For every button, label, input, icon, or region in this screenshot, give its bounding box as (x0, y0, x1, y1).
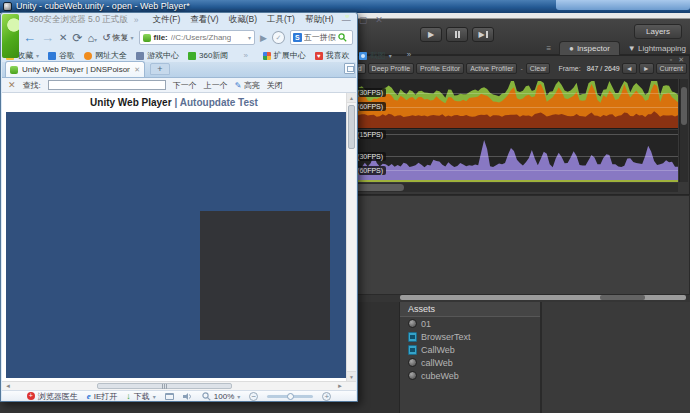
frame-label: Frame: (558, 65, 580, 72)
extension-center[interactable]: 扩展中心 (263, 50, 306, 61)
gpu-usage-graph[interactable]: 66ms (15FPS) 33ms (30FPS) 16ms (60FPS) (332, 130, 678, 182)
browser-doctor-button[interactable]: + 浏览器医生 (27, 391, 78, 402)
find-close-button[interactable]: 关闭 (267, 80, 283, 91)
find-input[interactable] (48, 80, 166, 90)
search-input[interactable]: 五一拼假 (304, 32, 336, 43)
search-icon[interactable] (338, 33, 347, 42)
screenshot-tool[interactable]: 截图 ▾ (359, 50, 392, 61)
step-icon: ▶ (478, 30, 484, 39)
pane-menu-icon[interactable]: ≡ (546, 44, 551, 55)
profile-editor-button[interactable]: Profile Editor (416, 63, 464, 74)
download-icon: ↓ (126, 391, 131, 401)
lightmapping-dropdown[interactable]: ▼ Lightmapping (628, 44, 686, 55)
bookmark-news[interactable]: 360新闻 (188, 50, 228, 61)
prev-frame-icon[interactable]: ◄ (622, 63, 637, 74)
unity-asset-icon (408, 371, 417, 380)
next-frame-icon[interactable]: ► (639, 63, 654, 74)
pause-button[interactable] (446, 27, 468, 42)
scroll-down-icon[interactable]: ▼ (347, 371, 356, 381)
inspector-tab-row: ≡ ● Inspector ▼ Lightmapping (546, 40, 686, 55)
asset-item[interactable]: CallWeb (400, 343, 540, 356)
refresh-icon[interactable]: ⟳ (72, 31, 82, 45)
stop-icon[interactable]: ✕ (59, 32, 67, 43)
maximize-button[interactable]: ▢ (359, 15, 368, 25)
new-tab-button[interactable]: + (150, 63, 170, 75)
overflow-chevron-icon[interactable]: » (134, 15, 139, 25)
menu-tools[interactable]: 工具(T) (267, 14, 295, 26)
profiler-vertical-scrollbar[interactable] (679, 79, 688, 182)
browser-title: 360安全浏览器 5.0 正式版 (29, 14, 128, 26)
menu-view[interactable]: 查看(V) (190, 14, 218, 26)
scroll-up-icon[interactable]: ▲ (347, 93, 356, 103)
project-panel: Assets 01 BrowserText CallWeb callWeb cu… (330, 295, 690, 413)
asset-item[interactable]: cubeWeb (400, 369, 540, 382)
menu-file[interactable]: 文件(F) (152, 14, 180, 26)
window-mode-icon[interactable] (165, 393, 174, 400)
status-bar: + 浏览器医生 e IE打开 ↓ 下载 ▾ 1 (2, 390, 356, 401)
step-button[interactable]: ▶ (472, 27, 494, 42)
toolbar-overflow-icon[interactable]: » (407, 50, 411, 61)
open-in-ie-button[interactable]: e IE打开 (87, 391, 118, 402)
webplayer-canvas[interactable] (6, 112, 347, 378)
menu-bar: 文件(F) 查看(V) 收藏(B) 工具(T) 帮助(H) (152, 14, 333, 26)
active-profiler-button[interactable]: Active Profiler (466, 63, 517, 74)
tab-close-icon[interactable]: ✕ (134, 66, 140, 74)
page-icon (143, 34, 151, 42)
zoom-control[interactable]: 100% ▾ (202, 392, 240, 401)
slider-knob[interactable] (287, 393, 294, 400)
deep-profile-button[interactable]: Deep Profile (368, 63, 415, 74)
zoom-out-button[interactable]: − (249, 392, 258, 401)
find-close-icon[interactable]: ✕ (8, 80, 16, 90)
address-bar[interactable]: file: //C:/Users/Zhang ▾ (139, 30, 256, 45)
menu-favorites[interactable]: 收藏(B) (229, 14, 257, 26)
find-prev-button[interactable]: 上一个 (204, 80, 228, 91)
favorites-heart[interactable]: ♥ 我喜欢 (315, 50, 350, 61)
page-horizontal-scrollbar[interactable]: ◄ ► (2, 381, 356, 390)
play-button[interactable]: ▶ (420, 27, 442, 42)
go-icon[interactable]: ▶ (260, 33, 267, 43)
forward-icon[interactable]: → (41, 30, 54, 45)
find-highlight-button[interactable]: ✎ 高亮 (235, 80, 260, 91)
assets-folder-header[interactable]: Assets (400, 302, 540, 317)
zoom-slider[interactable] (267, 395, 313, 398)
cpu-usage-graph[interactable]: 33ms (30FPS) 16ms (60FPS) (332, 79, 678, 129)
close-button[interactable]: ✕ (375, 15, 383, 25)
bookmark-sites[interactable]: 网址大全 (84, 50, 127, 61)
download-button[interactable]: ↓ 下载 ▾ (126, 391, 156, 402)
asset-item[interactable]: 01 (400, 317, 540, 330)
page-heading: Unity Web Player| Autoupdate Test (2, 97, 346, 108)
home-icon[interactable]: ⌂▾ (87, 32, 97, 44)
zoom-in-button[interactable]: + (322, 392, 331, 401)
clear-button[interactable]: Clear (526, 63, 551, 74)
panel-scrollbar[interactable] (400, 295, 686, 300)
unity-app-icon (3, 2, 12, 11)
asset-item[interactable]: callWeb (400, 356, 540, 369)
titlebar-highlight (556, 0, 690, 10)
page-vertical-scrollbar[interactable]: ▲ ▼ (346, 93, 356, 381)
bookmark-google[interactable]: 谷歌 (48, 50, 75, 61)
active-tab[interactable]: Unity Web Player | DNSPoison ✕ (5, 61, 145, 77)
find-next-button[interactable]: 下一个 (173, 80, 197, 91)
bookmarks-overflow-icon[interactable]: » (243, 51, 247, 60)
layers-dropdown[interactable]: Layers (634, 24, 682, 39)
security-shield-icon[interactable]: ✓ (272, 31, 285, 44)
search-box[interactable]: S 五一拼假 (290, 30, 353, 45)
browser-360-logo[interactable] (2, 14, 19, 58)
screen: Unity - cubeWeb.unity - open - Web Playe… (0, 0, 690, 413)
magnifier-icon (202, 392, 211, 401)
current-frame-button[interactable]: Current (656, 63, 687, 74)
multi-window-icon[interactable] (344, 63, 355, 74)
restore-session-button[interactable]: ↺ 恢复 ▾ (102, 32, 133, 43)
profiler-horizontal-scrollbar[interactable] (332, 183, 678, 192)
menu-help[interactable]: 帮助(H) (305, 14, 334, 26)
asset-item[interactable]: BrowserText (400, 330, 540, 343)
speaker-icon[interactable] (183, 392, 193, 401)
project-preview-area (542, 302, 690, 413)
back-icon[interactable]: ← (23, 30, 36, 45)
address-dropdown-icon[interactable]: ▾ (248, 34, 251, 41)
puzzle-icon (263, 52, 271, 60)
undo-icon: ↺ (102, 32, 110, 43)
unity-asset-icon (408, 358, 417, 367)
bookmark-game-center[interactable]: 游戏中心 (136, 50, 179, 61)
tab-inspector[interactable]: ● Inspector (559, 41, 620, 55)
